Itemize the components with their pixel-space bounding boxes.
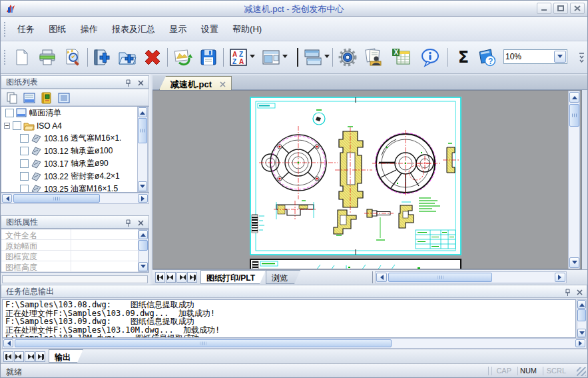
- menu-drawing[interactable]: 图纸: [43, 21, 72, 37]
- drawing-viewport[interactable]: [152, 90, 582, 269]
- scroll-up-button[interactable]: [139, 230, 148, 239]
- scroll-up-button[interactable]: [569, 92, 579, 103]
- sort-dropdown-arrow[interactable]: [250, 55, 255, 61]
- zoom-dropdown-button[interactable]: [554, 51, 566, 63]
- resize-grip[interactable]: [577, 367, 586, 376]
- scroll-down-button[interactable]: [139, 262, 148, 271]
- scroll-down-button[interactable]: [138, 181, 147, 191]
- output-close-button[interactable]: [575, 287, 584, 297]
- last-output-button[interactable]: [35, 351, 45, 362]
- sort-az-button[interactable]: A Z Z A: [228, 47, 249, 68]
- delete-button[interactable]: [142, 47, 163, 68]
- maximize-button[interactable]: [553, 3, 568, 14]
- scroll-down-button[interactable]: [577, 329, 586, 337]
- scrollbar-thumb[interactable]: [388, 273, 492, 282]
- last-view-button[interactable]: [187, 272, 197, 283]
- properties-vertical-scrollbar[interactable]: [138, 229, 148, 272]
- excel-export-button[interactable]: X: [391, 47, 412, 68]
- toolbar-overflow-button[interactable]: [578, 49, 585, 67]
- scroll-left-button[interactable]: [376, 273, 387, 282]
- tree-item[interactable]: 103.16 透气塞M16×1.: [1, 132, 139, 145]
- catalog-book-button[interactable]: [40, 91, 53, 105]
- detail-list-button[interactable]: [57, 91, 71, 105]
- tree-vertical-scrollbar[interactable]: [137, 107, 148, 192]
- info-button[interactable]: [420, 47, 441, 68]
- checkbox[interactable]: [20, 185, 29, 193]
- view-horizontal-scrollbar[interactable]: [375, 271, 567, 283]
- output-vertical-scrollbar[interactable]: [577, 299, 587, 338]
- help-button[interactable]: ?: [476, 47, 497, 68]
- tree-folder-row[interactable]: ISO A4: [1, 119, 139, 132]
- scrollbar-thumb[interactable]: [13, 194, 100, 203]
- scroll-right-button[interactable]: [555, 273, 565, 282]
- property-row[interactable]: 图框高度: [1, 261, 139, 272]
- tab-output[interactable]: 输出: [49, 349, 83, 363]
- menu-help[interactable]: 帮助(H): [226, 21, 268, 37]
- new-document-button[interactable]: [11, 47, 33, 68]
- cascade-layout-button[interactable]: [302, 47, 324, 68]
- pin-button[interactable]: [563, 287, 572, 297]
- scrollbar-thumb[interactable]: [138, 118, 147, 143]
- cascade-dropdown-arrow[interactable]: [324, 55, 330, 61]
- drawing-list-close-button[interactable]: [136, 78, 145, 87]
- tree-horizontal-scrollbar[interactable]: [1, 193, 149, 204]
- property-row[interactable]: 原始幅面: [1, 240, 139, 251]
- print-button[interactable]: [37, 47, 58, 68]
- pin-button[interactable]: [123, 218, 133, 227]
- tree-item[interactable]: 103.12 轴承盖ø100: [1, 145, 139, 157]
- menu-display[interactable]: 显示: [163, 21, 192, 37]
- scrollbar-thumb[interactable]: [139, 240, 148, 251]
- output-horizontal-scrollbar[interactable]: [2, 338, 587, 349]
- checkbox[interactable]: [20, 159, 29, 168]
- batch-process-button[interactable]: [362, 47, 384, 68]
- first-view-button[interactable]: [155, 272, 165, 283]
- tile-dropdown-arrow[interactable]: [282, 55, 288, 61]
- next-output-button[interactable]: [25, 351, 35, 362]
- first-output-button[interactable]: [3, 351, 13, 362]
- add-drawing-button[interactable]: [91, 47, 113, 68]
- checkbox[interactable]: [20, 172, 29, 181]
- scroll-up-button[interactable]: [138, 107, 147, 117]
- settings-button[interactable]: [337, 47, 358, 68]
- scroll-left-button[interactable]: [3, 339, 13, 347]
- scrollbar-thumb[interactable]: [569, 104, 579, 127]
- output-log[interactable]: F:\Samples\103.08.dwg: 图纸信息提取成功 正在处理文件F:…: [2, 299, 576, 338]
- tree-root-row[interactable]: 幅面清单: [1, 107, 139, 119]
- copy-pages-button[interactable]: [5, 91, 19, 105]
- view-vertical-scrollbar[interactable]: [568, 91, 580, 269]
- prev-view-button[interactable]: [166, 272, 176, 283]
- print-preview-button[interactable]: [62, 47, 83, 68]
- menu-grip[interactable]: [4, 22, 7, 37]
- summary-sigma-button[interactable]: Σ: [453, 47, 474, 68]
- scroll-right-button[interactable]: [138, 194, 148, 203]
- checkbox[interactable]: [20, 134, 29, 143]
- checkbox[interactable]: [13, 121, 21, 130]
- toolbar-grip[interactable]: [4, 50, 7, 65]
- tree-item[interactable]: 103.25 油塞M16×1.5: [1, 183, 139, 193]
- checkbox[interactable]: [20, 147, 29, 155]
- property-row[interactable]: 图框宽度: [1, 251, 139, 261]
- scrollbar-thumb[interactable]: [15, 339, 392, 347]
- export-image-button[interactable]: [172, 47, 194, 68]
- minimize-button[interactable]: [537, 3, 551, 14]
- menu-settings[interactable]: 设置: [195, 21, 224, 37]
- checkbox[interactable]: [5, 109, 14, 117]
- property-value[interactable]: [71, 229, 139, 239]
- tree-item[interactable]: 103.22 密封套ø4.2×1: [1, 170, 139, 183]
- property-row[interactable]: 文件全名: [1, 229, 139, 240]
- properties-close-button[interactable]: [136, 218, 145, 227]
- menu-operation[interactable]: 操作: [75, 21, 104, 37]
- scroll-down-button[interactable]: [569, 257, 579, 268]
- zoom-combobox[interactable]: [503, 49, 567, 64]
- scroll-left-button[interactable]: [2, 194, 12, 203]
- tab-print-plt[interactable]: 图纸打印/PLT: [200, 270, 266, 284]
- sheet-list-button[interactable]: [23, 91, 36, 105]
- tab-browse[interactable]: 浏览: [266, 270, 300, 284]
- tree-item[interactable]: 103.17 轴承盖ø90: [1, 157, 139, 170]
- scroll-up-button[interactable]: [577, 300, 586, 309]
- scroll-right-button[interactable]: [575, 339, 585, 347]
- property-value[interactable]: [71, 251, 139, 261]
- prev-output-button[interactable]: [14, 351, 24, 362]
- property-value[interactable]: [71, 240, 139, 250]
- save-button[interactable]: [198, 47, 219, 68]
